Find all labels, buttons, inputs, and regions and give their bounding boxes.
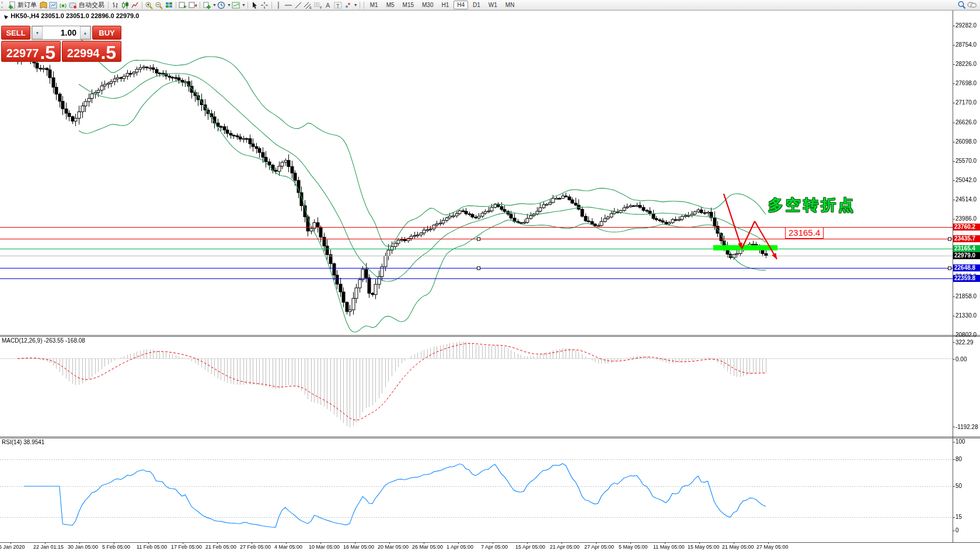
date-tick-label: 27 Feb 05:00 <box>240 544 271 550</box>
one-click-trading-panel: SELL ▼ ▲ BUY 22977.5 22994.5 <box>1 26 121 62</box>
search-icon[interactable] <box>957 1 967 9</box>
current-price-tag[interactable]: 22979.0 <box>953 252 980 259</box>
rsi-tick-label: 15 <box>955 514 962 520</box>
date-tick-label: 11 May 05:00 <box>653 544 685 550</box>
date-tick-label: 15 Apr 05:00 <box>515 544 545 550</box>
price-tick-label: 21330.0 <box>955 312 976 319</box>
charts-icon[interactable] <box>48 1 58 9</box>
level-price-tag[interactable]: 22648.8 <box>953 264 980 271</box>
tile-windows-icon[interactable] <box>164 1 174 9</box>
level-price-tag[interactable]: 23165.4 <box>953 245 980 252</box>
timeframe-m30-button[interactable]: M30 <box>418 1 437 9</box>
turning-point-annotation[interactable]: 多空转折点 <box>768 195 856 215</box>
templates-icon[interactable] <box>231 1 241 9</box>
sell-price-main: 22977 <box>6 47 39 60</box>
macd-tick-label: -1192.28 <box>955 424 978 430</box>
trendline-icon[interactable] <box>294 1 304 9</box>
zoom-in-icon[interactable] <box>144 1 154 9</box>
date-tick-label: 16 Mar 05:00 <box>343 544 374 550</box>
date-tick-label: 21 Apr 05:00 <box>550 544 580 550</box>
hline-icon[interactable] <box>284 1 294 9</box>
date-tick-label: 30 Jan 05:00 <box>68 544 98 550</box>
toolbar-grip[interactable] <box>1 2 6 8</box>
volume-increase-button[interactable]: ▲ <box>80 26 90 39</box>
new-order-icon[interactable] <box>7 1 17 9</box>
autoscroll-icon[interactable] <box>178 1 188 9</box>
fibonacci-icon[interactable]: F <box>313 1 323 9</box>
date-tick-label: 26 Mar 05:00 <box>412 544 443 550</box>
volume-decrease-button[interactable]: ▼ <box>32 26 43 39</box>
timeframe-m1-button[interactable]: M1 <box>367 1 382 9</box>
macd-signal-value: -168.08 <box>65 337 85 344</box>
svg-text:T: T <box>336 2 340 8</box>
volume-input[interactable] <box>43 26 80 39</box>
community-icon[interactable] <box>967 1 976 9</box>
text-icon[interactable]: A <box>323 1 333 9</box>
auto-trading-button[interactable]: 自动交易 <box>78 1 106 9</box>
level-price-tag[interactable]: 23435.7 <box>953 235 980 242</box>
zoom-out-icon[interactable] <box>154 1 164 9</box>
buy-button[interactable]: BUY <box>92 26 121 40</box>
timeframe-m5-button[interactable]: M5 <box>383 1 398 9</box>
timeframe-w1-button[interactable]: W1 <box>485 1 501 9</box>
chart-canvas[interactable] <box>0 0 980 551</box>
date-tick-label: 15 May 05:00 <box>688 544 720 550</box>
chart-title: ▶ HK50-,H4 23051.0 23051.0 22896.0 22979… <box>4 12 139 19</box>
new-order-button[interactable]: 新订单 <box>17 1 39 9</box>
level-price-tag[interactable]: 23760.2 <box>953 224 980 231</box>
text-label-icon[interactable]: T <box>333 1 343 9</box>
chart-symbol-icon: ▶ <box>2 13 9 20</box>
history-icon[interactable] <box>39 1 48 9</box>
level-price-tag[interactable]: 22359.8 <box>953 275 980 282</box>
date-tick-label: 7 Apr 05:00 <box>481 544 508 550</box>
date-tick-label: 11 Feb 05:00 <box>137 544 167 550</box>
cursor-icon[interactable] <box>250 1 260 9</box>
macd-tick-label: 322.29 <box>955 339 974 346</box>
sell-button[interactable]: SELL <box>1 26 30 40</box>
rsi-tick-label: 100 <box>955 438 965 445</box>
timeframe-h1-button[interactable]: H1 <box>438 1 452 9</box>
price-tick-label: 25042.0 <box>955 177 976 183</box>
rsi-label: RSI(14) 38.9541 <box>2 439 44 445</box>
crosshair-icon[interactable] <box>260 1 270 9</box>
line-mode-icon[interactable] <box>130 1 140 9</box>
svg-text:A: A <box>326 2 330 9</box>
timeframe-h4-button[interactable]: H4 <box>454 1 468 9</box>
date-tick-label: 5 May 05:00 <box>619 544 648 550</box>
price-tick-label: 21858.0 <box>955 293 976 299</box>
date-tick-label: 22 Jan 01:15 <box>33 544 64 550</box>
vline-icon[interactable] <box>274 1 284 9</box>
chart-shift-icon[interactable] <box>188 1 198 9</box>
price-tick-label: 24514.0 <box>955 196 976 203</box>
buy-price-main: 22994 <box>67 47 100 60</box>
buy-price-frac: .5 <box>100 45 116 60</box>
macd-main-value: -263.55 <box>44 337 64 344</box>
date-tick-label: 5 Feb 05:00 <box>102 544 130 550</box>
date-tick-label: 17 Feb 05:00 <box>171 544 202 550</box>
timeframe-m15-button[interactable]: M15 <box>399 1 417 9</box>
periods-icon[interactable] <box>217 1 226 9</box>
chart-ohlc-values: 23051.0 23051.0 22896.0 22979.0 <box>41 12 139 19</box>
autotrade-icon[interactable] <box>68 1 78 9</box>
macd-label: MACD(12,26,9) -263.55 -168.08 <box>2 337 85 344</box>
bars-mode-icon[interactable] <box>110 1 120 9</box>
buy-price-button[interactable]: 22994.5 <box>62 41 121 62</box>
timeframe-mn-button[interactable]: MN <box>502 1 518 9</box>
date-tick-label: 4 Mar 05:00 <box>274 544 302 550</box>
sell-price-button[interactable]: 22977.5 <box>1 41 61 62</box>
date-tick-label: 21 Feb 05:00 <box>205 544 236 550</box>
rsi-tick-label: 80 <box>955 456 962 462</box>
channel-icon[interactable]: E <box>304 1 313 9</box>
candles-mode-icon[interactable] <box>120 1 130 9</box>
price-tick-label: 26098.0 <box>955 138 976 145</box>
timeframe-d1-button[interactable]: D1 <box>469 1 484 9</box>
add-indicator-icon[interactable] <box>202 1 212 9</box>
rsi-tick-label: 50 <box>955 483 962 489</box>
date-tick-label: 27 Apr 05:00 <box>584 544 614 550</box>
price-tick-label: 28754.0 <box>955 41 976 48</box>
arrows-icon[interactable] <box>343 1 353 9</box>
price-tick-label: 27170.0 <box>955 99 976 106</box>
signals-icon[interactable] <box>58 1 68 9</box>
price-tick-label: 25570.0 <box>955 158 976 164</box>
price-callout-label[interactable]: 23165.4 <box>785 227 824 239</box>
